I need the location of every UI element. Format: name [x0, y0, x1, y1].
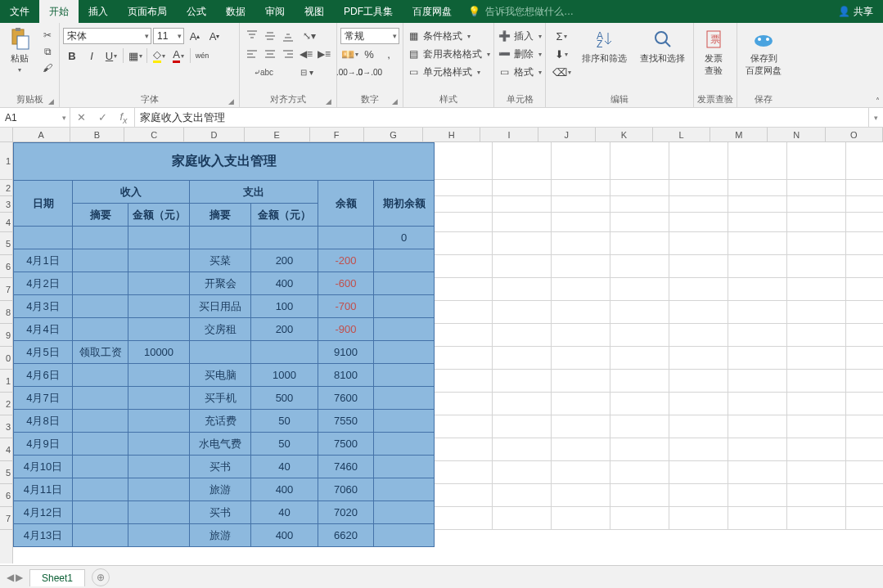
cell[interactable] [493, 324, 552, 347]
col-header[interactable]: C [124, 128, 184, 141]
cell[interactable] [669, 180, 728, 196]
col-header[interactable]: F [310, 128, 364, 141]
col-header[interactable]: A [13, 128, 70, 141]
col-header[interactable]: B [70, 128, 124, 141]
cell[interactable] [610, 461, 669, 484]
tab-layout[interactable]: 页面布局 [118, 0, 177, 23]
dialog-launcher-icon[interactable]: ◢ [48, 97, 54, 105]
cell[interactable] [493, 196, 552, 213]
cell[interactable] [552, 180, 610, 196]
cell[interactable] [552, 438, 610, 461]
cell[interactable] [493, 415, 552, 438]
format-cells-button[interactable]: ▭格式 [498, 64, 542, 80]
cell[interactable] [610, 278, 669, 301]
col-header[interactable]: N [768, 128, 825, 141]
cell[interactable] [493, 301, 552, 324]
col-header[interactable]: J [538, 128, 596, 141]
cell[interactable] [552, 301, 610, 324]
cell[interactable] [787, 507, 846, 530]
cell[interactable] [669, 415, 728, 438]
cell[interactable] [552, 461, 610, 484]
autosum-button[interactable]: Σ [549, 28, 574, 44]
cell[interactable] [846, 393, 883, 415]
cell[interactable] [728, 461, 787, 484]
confirm-formula-button[interactable]: ✓ [92, 108, 113, 127]
comma-button[interactable]: , [380, 46, 398, 62]
table-format-button[interactable]: ▤套用表格格式 [407, 46, 490, 62]
cell[interactable] [669, 393, 728, 415]
cell[interactable] [434, 393, 493, 415]
expand-formula-bar-button[interactable]: ▾ [868, 108, 883, 127]
cell[interactable] [787, 232, 846, 255]
cell[interactable] [846, 232, 883, 255]
cell[interactable] [728, 484, 787, 507]
row-header[interactable]: 1 [0, 142, 12, 180]
cell[interactable] [610, 180, 669, 196]
cell[interactable] [669, 370, 728, 393]
format-painter-button[interactable]: 🖌 [39, 61, 56, 75]
row-header[interactable]: 2 [0, 393, 12, 415]
cell[interactable] [669, 507, 728, 530]
phonetic-button[interactable]: wén [193, 47, 211, 64]
cell[interactable] [669, 461, 728, 484]
cell[interactable] [846, 324, 883, 347]
cell[interactable] [787, 415, 846, 438]
cell[interactable] [552, 415, 610, 438]
accounting-format-button[interactable]: 💴 [340, 46, 358, 62]
cell[interactable] [846, 142, 883, 180]
row-header[interactable]: 6 [0, 484, 12, 507]
cell[interactable] [434, 438, 493, 461]
cell[interactable] [434, 324, 493, 347]
cell[interactable] [493, 180, 552, 196]
sheet-next-button[interactable]: ▶ [16, 572, 23, 583]
cell[interactable] [787, 393, 846, 415]
clear-button[interactable]: ⌫ [549, 64, 574, 80]
tab-home[interactable]: 开始 [39, 0, 79, 23]
cell[interactable] [787, 461, 846, 484]
insert-cells-button[interactable]: ➕插入 [498, 28, 542, 44]
bold-button[interactable]: B [63, 47, 81, 64]
cell[interactable] [728, 324, 787, 347]
dialog-launcher-icon[interactable]: ◢ [228, 97, 234, 105]
cell[interactable] [434, 347, 493, 370]
cell[interactable] [552, 232, 610, 255]
cell[interactable] [552, 507, 610, 530]
cell[interactable] [493, 461, 552, 484]
cell[interactable] [846, 180, 883, 196]
row-header[interactable]: 2 [0, 180, 12, 196]
cell[interactable] [846, 438, 883, 461]
font-size-select[interactable]: 11 [153, 28, 184, 44]
find-select-button[interactable]: 查找和选择 [635, 25, 690, 68]
col-header[interactable]: G [364, 128, 423, 141]
cell[interactable] [552, 484, 610, 507]
row-header[interactable]: 7 [0, 507, 12, 530]
cell[interactable] [728, 180, 787, 196]
col-header[interactable]: O [826, 128, 883, 141]
col-header[interactable]: E [245, 128, 310, 141]
formula-input[interactable]: 家庭收入支出管理 [135, 108, 868, 127]
row-header[interactable]: 5 [0, 461, 12, 484]
cell[interactable] [669, 484, 728, 507]
cell[interactable] [610, 507, 669, 530]
invoice-check-button[interactable]: 票 发票 查验 [697, 25, 730, 80]
col-header[interactable]: D [184, 128, 244, 141]
cell[interactable] [434, 484, 493, 507]
increase-font-button[interactable]: A▴ [186, 28, 204, 44]
underline-button[interactable]: U [102, 47, 120, 64]
cell[interactable] [728, 370, 787, 393]
tab-data[interactable]: 数据 [216, 0, 255, 23]
cell[interactable] [493, 347, 552, 370]
cell[interactable] [787, 196, 846, 213]
cell[interactable] [846, 213, 883, 232]
row-header[interactable]: 5 [0, 232, 12, 255]
cell[interactable] [787, 180, 846, 196]
cell[interactable] [787, 142, 846, 180]
decrease-indent-button[interactable]: ◀≡ [297, 46, 315, 62]
row-header[interactable]: 0 [0, 347, 12, 370]
cell[interactable] [728, 347, 787, 370]
name-box[interactable]: A1 [0, 108, 70, 127]
save-baidu-button[interactable]: 保存到 百度网盘 [741, 25, 786, 80]
row-header[interactable]: 6 [0, 255, 12, 278]
spreadsheet-grid[interactable]: ABCDEFGHIJKLMNO 12345678901234567 家庭收入支出… [0, 128, 883, 563]
wrap-text-button[interactable]: ⤶abc [243, 64, 284, 80]
